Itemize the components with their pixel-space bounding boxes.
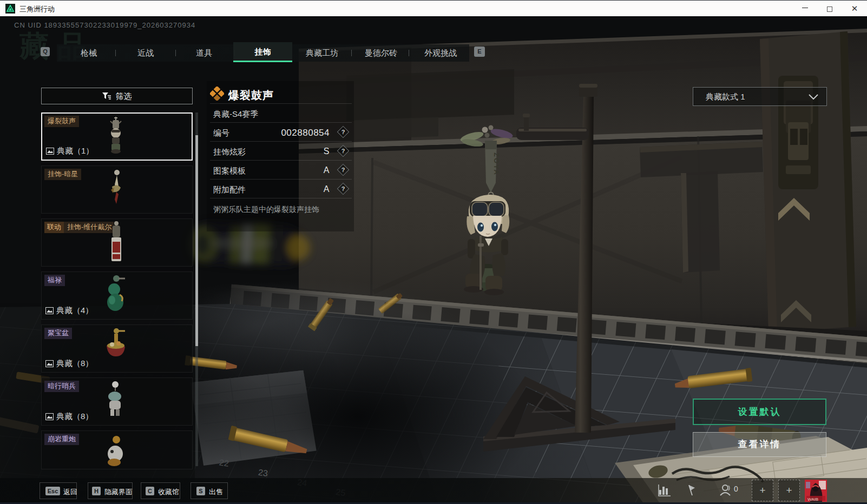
svg-text:ZOYA: ZOYA	[492, 152, 501, 176]
svg-text:WAIB: WAIB	[807, 497, 818, 502]
